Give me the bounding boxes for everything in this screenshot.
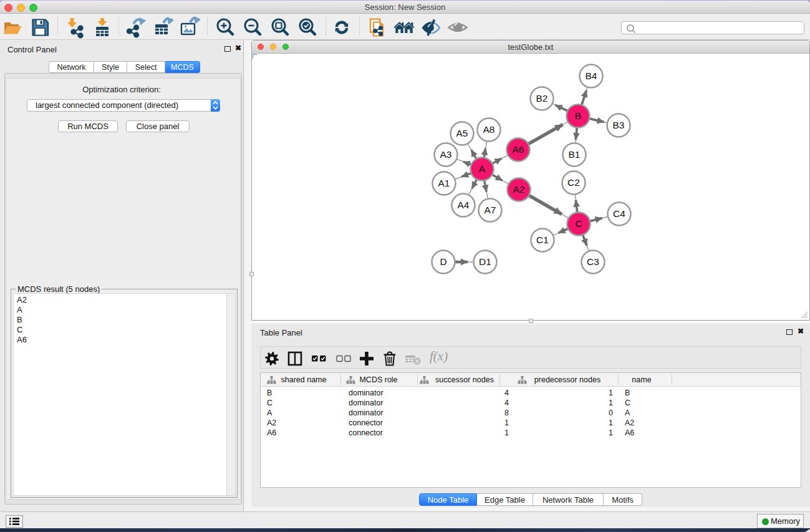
svg-text:A5: A5 [456, 128, 468, 138]
svg-text:C4: C4 [613, 208, 625, 219]
svg-text:B: B [575, 110, 581, 121]
svg-text:D: D [440, 256, 446, 267]
svg-text:A4: A4 [458, 200, 470, 210]
svg-text:B1: B1 [569, 149, 581, 160]
svg-text:A2: A2 [513, 184, 525, 195]
svg-text:C2: C2 [567, 177, 580, 188]
svg-text:C: C [575, 218, 582, 229]
svg-text:A6: A6 [513, 144, 524, 155]
svg-text:A3: A3 [440, 149, 452, 160]
svg-text:A1: A1 [438, 178, 450, 188]
svg-text:B4: B4 [586, 70, 597, 81]
svg-text:B2: B2 [536, 93, 548, 104]
svg-text:D1: D1 [479, 256, 491, 267]
svg-text:A7: A7 [485, 205, 496, 215]
svg-text:A8: A8 [483, 124, 495, 135]
svg-text:C1: C1 [536, 235, 549, 245]
svg-text:C3: C3 [587, 256, 599, 267]
svg-text:A: A [479, 163, 486, 174]
svg-text:B3: B3 [613, 120, 625, 130]
